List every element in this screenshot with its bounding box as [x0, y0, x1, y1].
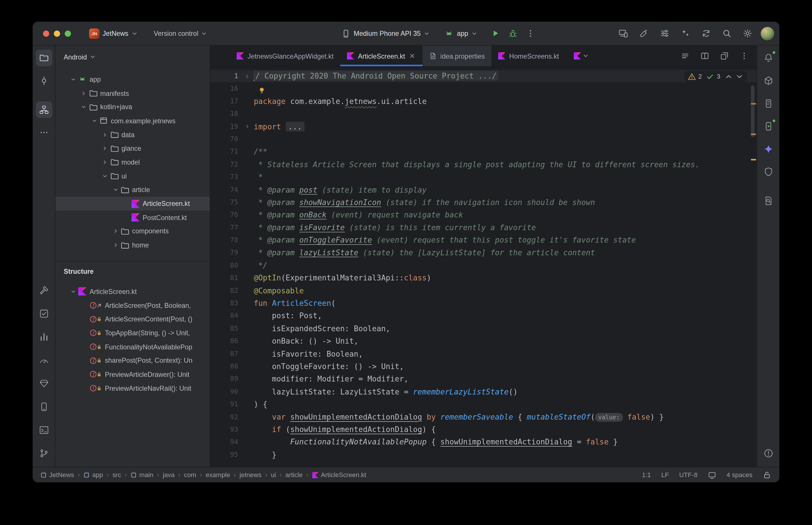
- structure-tool-button[interactable]: [35, 101, 52, 118]
- code-line-18[interactable]: 18: [210, 108, 757, 120]
- float-icon[interactable]: [718, 50, 731, 62]
- vcs-widget[interactable]: Version control: [154, 29, 207, 37]
- chevron-down-icon[interactable]: [100, 169, 110, 183]
- code-editor[interactable]: 1/ Copyright 2020 The Android Open Sourc…: [210, 67, 757, 467]
- chevron-right-icon[interactable]: [78, 86, 89, 100]
- tree-item-model[interactable]: model: [56, 155, 210, 169]
- run-config-selector[interactable]: app: [457, 29, 468, 37]
- tree-item-app[interactable]: app: [56, 73, 210, 86]
- fold-marker-icon[interactable]: [240, 120, 254, 133]
- code-line-79[interactable]: 79 * @param lazyListState (state) the [L…: [210, 246, 757, 259]
- breadcrumb-item[interactable]: src: [113, 471, 121, 479]
- fold-marker-icon[interactable]: [240, 70, 254, 82]
- gauge-tool-button[interactable]: [35, 352, 52, 369]
- chevron-down-icon[interactable]: [110, 183, 121, 197]
- device-selector[interactable]: Medium Phone API 35: [354, 29, 421, 37]
- breadcrumb-item[interactable]: ui: [271, 471, 276, 479]
- breadcrumb-item[interactable]: ArticleScreen.kt: [312, 471, 366, 479]
- close-window-button[interactable]: [43, 30, 49, 37]
- intention-bulb-icon[interactable]: [258, 86, 266, 93]
- tree-item-PreviewArticleDrawer[interactable]: fPreviewArticleDrawer(): Unit: [56, 368, 210, 381]
- tree-item-data[interactable]: data: [56, 127, 210, 141]
- split-icon[interactable]: [699, 50, 711, 62]
- code-line-72[interactable]: 72 * Stateless Article Screen that displ…: [210, 158, 757, 171]
- chevron-down-icon[interactable]: [68, 73, 78, 86]
- tree-item-components[interactable]: components: [56, 224, 210, 238]
- run-button[interactable]: [488, 26, 502, 41]
- tree-item-glance[interactable]: glance: [56, 141, 210, 155]
- prev-issue-icon[interactable]: [724, 73, 733, 81]
- breadcrumb-item[interactable]: app: [84, 471, 103, 479]
- code-line-1[interactable]: 1/ Copyright 2020 The Android Open Sourc…: [210, 70, 757, 82]
- gemini-tool-button[interactable]: [760, 141, 777, 157]
- tree-item-ui[interactable]: ui: [56, 169, 210, 183]
- list-icon[interactable]: [679, 50, 691, 62]
- tree-item-TopAppBar[interactable]: fTopAppBar(String, () -> Unit,: [56, 326, 210, 340]
- code-line-95[interactable]: 95 }: [210, 449, 757, 461]
- tree-item-article[interactable]: article: [56, 183, 210, 197]
- debug-button[interactable]: [505, 26, 520, 41]
- chevron-down-icon[interactable]: [89, 114, 99, 127]
- tasks-tool-button[interactable]: [35, 305, 52, 322]
- tree-item-home[interactable]: home: [56, 238, 210, 252]
- minimize-window-button[interactable]: [54, 30, 60, 37]
- project-view-selector[interactable]: Android: [56, 46, 210, 69]
- code-line-70[interactable]: 70: [210, 133, 757, 146]
- search-icon[interactable]: [719, 26, 734, 41]
- code-line-91[interactable]: 91) {: [210, 398, 757, 411]
- line-separator[interactable]: LF: [661, 471, 669, 479]
- project-tool-button[interactable]: [35, 50, 52, 66]
- more-tool-button[interactable]: [35, 124, 52, 141]
- widget-icon[interactable]: [708, 471, 717, 479]
- code-line-90[interactable]: 90 lazyListState: LazyListState = rememb…: [210, 386, 757, 398]
- sync-icon[interactable]: [699, 26, 713, 41]
- editor-scrollbar[interactable]: [751, 86, 755, 137]
- tune-icon[interactable]: [657, 26, 671, 41]
- code-line-74[interactable]: 74 * @param post (state) item to display: [210, 183, 757, 196]
- chevron-right-icon[interactable]: [100, 155, 110, 169]
- gradle-tool-button[interactable]: [760, 73, 777, 89]
- code-line-89[interactable]: 89 modifier: Modifier = Modifier,: [210, 373, 757, 386]
- chevron-right-icon[interactable]: [100, 141, 110, 155]
- chevron-down-icon[interactable]: [68, 285, 78, 299]
- find-tool-button[interactable]: [760, 193, 777, 209]
- tab-ArticleScreen.kt[interactable]: ArticleScreen.kt: [340, 46, 423, 66]
- zoom-window-button[interactable]: [65, 30, 71, 37]
- tree-item-FunctionalityNotAvailablePop[interactable]: fFunctionalityNotAvailablePop: [56, 340, 210, 354]
- hidden-tabs-dropdown[interactable]: [574, 46, 589, 66]
- tree-item-kotlin+java[interactable]: kotlin+java: [56, 100, 210, 114]
- chevron-down-icon[interactable]: [78, 100, 89, 114]
- more-actions-icon[interactable]: [523, 26, 537, 41]
- inspection-tool-button[interactable]: [35, 375, 52, 392]
- app-insights-tool-button[interactable]: [760, 163, 777, 180]
- profiler-tool-button[interactable]: [35, 329, 52, 345]
- chevron-right-icon[interactable]: [110, 224, 121, 238]
- breadcrumb-item[interactable]: main: [131, 471, 153, 479]
- code-line-17[interactable]: 17package com.example.jetnews.ui.article: [210, 95, 757, 108]
- code-line-71[interactable]: 71/**: [210, 146, 757, 158]
- notifications-tool-button[interactable]: [760, 50, 777, 66]
- ai-assistant-icon[interactable]: [678, 26, 692, 41]
- unlock-icon[interactable]: [763, 471, 771, 479]
- caret-position[interactable]: 1:1: [642, 471, 651, 479]
- user-avatar[interactable]: [761, 27, 774, 40]
- file-encoding[interactable]: UTF-8: [679, 471, 697, 479]
- problems-tool-button[interactable]: [760, 445, 777, 462]
- indent-style[interactable]: 4 spaces: [726, 471, 752, 479]
- breadcrumb-item[interactable]: java: [163, 471, 175, 479]
- device-streaming-icon[interactable]: [616, 26, 630, 41]
- code-line-93[interactable]: 93 if (showUnimplementedActionDialog) {: [210, 423, 757, 436]
- tab-HomeScreens.kt[interactable]: HomeScreens.kt: [491, 46, 565, 66]
- code-line-73[interactable]: 73 *: [210, 171, 757, 184]
- tree-item-PreviewArticleNavRail[interactable]: fPreviewArticleNavRail(): Unit: [56, 381, 210, 395]
- code-line-80[interactable]: 80 */: [210, 259, 757, 272]
- running-devices-tool-button[interactable]: [760, 118, 777, 135]
- device-explorer-tool-button[interactable]: [35, 399, 52, 415]
- breadcrumb-item[interactable]: article: [285, 471, 303, 479]
- git-tool-button[interactable]: [35, 445, 52, 462]
- code-line-75[interactable]: 75 * @param showNavigationIcon (state) i…: [210, 196, 757, 209]
- code-line-77[interactable]: 77 * @param isFavorite (state) is this i…: [210, 221, 757, 234]
- ai-edit-icon[interactable]: [636, 26, 651, 41]
- code-line-76[interactable]: 76 * @param onBack (event) request navig…: [210, 209, 757, 222]
- device-manager-tool-button[interactable]: [760, 95, 777, 112]
